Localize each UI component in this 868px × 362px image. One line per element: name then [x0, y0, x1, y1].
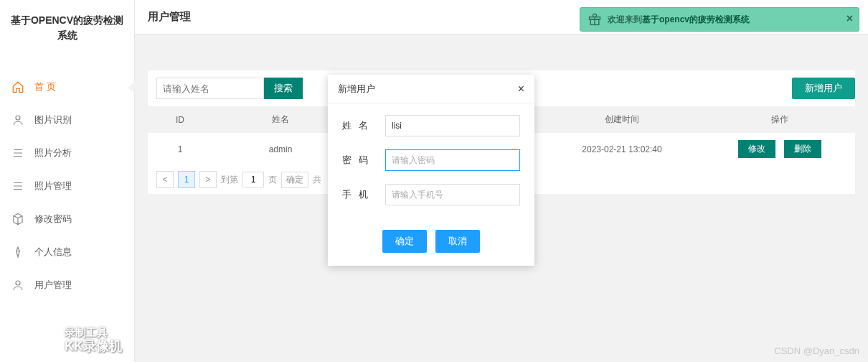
modal-body: 姓名 密码 手机 — [328, 103, 534, 226]
sidebar-item-photo-manage[interactable]: 照片管理 — [0, 170, 134, 203]
app-title: 基于OPENCV的疲劳检测系统 — [0, 0, 134, 56]
label-phone: 手机 — [342, 188, 385, 201]
sidebar-item-home[interactable]: 首 页 — [0, 70, 134, 103]
phone-field[interactable] — [385, 184, 520, 205]
nav: 首 页 图片识别 照片分析 照片管理 修改密码 个人信息 用户管理 — [0, 56, 134, 302]
welcome-banner: 欢迎来到基于opencv的疲劳检测系统 × — [580, 7, 859, 32]
cancel-button[interactable]: 取消 — [435, 230, 480, 253]
delete-button[interactable]: 删除 — [784, 140, 821, 158]
page-title: 用户管理 — [148, 10, 191, 24]
th-ops: 操作 — [704, 106, 855, 133]
sidebar: 基于OPENCV的疲劳检测系统 首 页 图片识别 照片分析 照片管理 修改密码 … — [0, 0, 135, 362]
watermark-line1: 录制工具 — [65, 326, 122, 339]
home-icon — [11, 80, 24, 93]
form-row-name: 姓名 — [342, 115, 520, 136]
pager-total-prefix: 共 — [313, 174, 321, 186]
label-password: 密码 — [342, 154, 385, 167]
watermark-line2: KK录像机 — [65, 339, 122, 355]
sidebar-item-label: 个人信息 — [34, 246, 72, 259]
prev-page[interactable]: < — [156, 171, 174, 188]
th-id: ID — [148, 106, 212, 133]
sidebar-item-profile[interactable]: 个人信息 — [0, 236, 134, 269]
pager-confirm[interactable]: 确定 — [281, 172, 308, 188]
pager-page-suffix: 页 — [268, 174, 277, 186]
user-icon — [11, 279, 24, 292]
add-user-modal: 新增用户 × 姓名 密码 手机 确定 取消 — [328, 75, 534, 266]
sidebar-item-change-password[interactable]: 修改密码 — [0, 203, 134, 236]
sidebar-item-photo-analyze[interactable]: 照片分析 — [0, 136, 134, 170]
list-icon — [11, 147, 24, 159]
list-icon — [11, 180, 24, 192]
sidebar-notch — [128, 80, 136, 95]
svg-point-0 — [16, 116, 20, 120]
cell-ops: 修改 删除 — [704, 133, 855, 165]
close-icon[interactable]: × — [846, 12, 853, 25]
edit-button[interactable]: 修改 — [738, 140, 775, 158]
sidebar-item-label: 首 页 — [34, 80, 56, 93]
page-current[interactable]: 1 — [178, 171, 195, 188]
user-icon — [11, 113, 24, 126]
header: 用户管理 欢迎来到基于opencv的疲劳检测系统 × — [135, 0, 868, 34]
sidebar-item-image-detect[interactable]: 图片识别 — [0, 103, 134, 136]
page-input[interactable] — [242, 172, 264, 187]
sidebar-item-label: 修改密码 — [34, 213, 72, 226]
cell-created: 2023-02-21 13:02:40 — [539, 133, 704, 165]
th-created: 创建时间 — [539, 106, 704, 133]
modal-header: 新增用户 × — [328, 75, 534, 103]
sidebar-item-user-manage[interactable]: 用户管理 — [0, 269, 134, 302]
label-name: 姓名 — [342, 119, 385, 132]
watermark: 录制工具 KK录像机 — [65, 326, 122, 355]
cell-id: 1 — [148, 133, 212, 165]
banner-text: 欢迎来到基于opencv的疲劳检测系统 — [608, 14, 750, 26]
gift-icon — [588, 12, 602, 27]
form-row-password: 密码 — [342, 149, 520, 171]
csdn-watermark: CSDN @Dyan_csdn — [774, 345, 859, 356]
pager-to-label: 到第 — [221, 174, 238, 186]
add-user-button[interactable]: 新增用户 — [792, 78, 855, 99]
password-field[interactable] — [385, 149, 520, 171]
pen-icon — [11, 246, 24, 259]
sidebar-item-label: 照片分析 — [34, 147, 72, 159]
close-icon[interactable]: × — [518, 83, 524, 96]
name-field[interactable] — [385, 115, 520, 136]
modal-title: 新增用户 — [338, 83, 375, 96]
next-page[interactable]: > — [199, 171, 217, 188]
cube-icon — [11, 213, 24, 226]
svg-point-1 — [16, 281, 20, 285]
form-row-phone: 手机 — [342, 184, 520, 205]
sidebar-item-label: 图片识别 — [34, 113, 72, 126]
search-button[interactable]: 搜索 — [264, 78, 303, 99]
sidebar-item-label: 照片管理 — [34, 180, 72, 192]
modal-footer: 确定 取消 — [328, 226, 534, 266]
ok-button[interactable]: 确定 — [382, 230, 427, 253]
search-input[interactable] — [156, 78, 264, 99]
sidebar-item-label: 用户管理 — [34, 279, 72, 292]
